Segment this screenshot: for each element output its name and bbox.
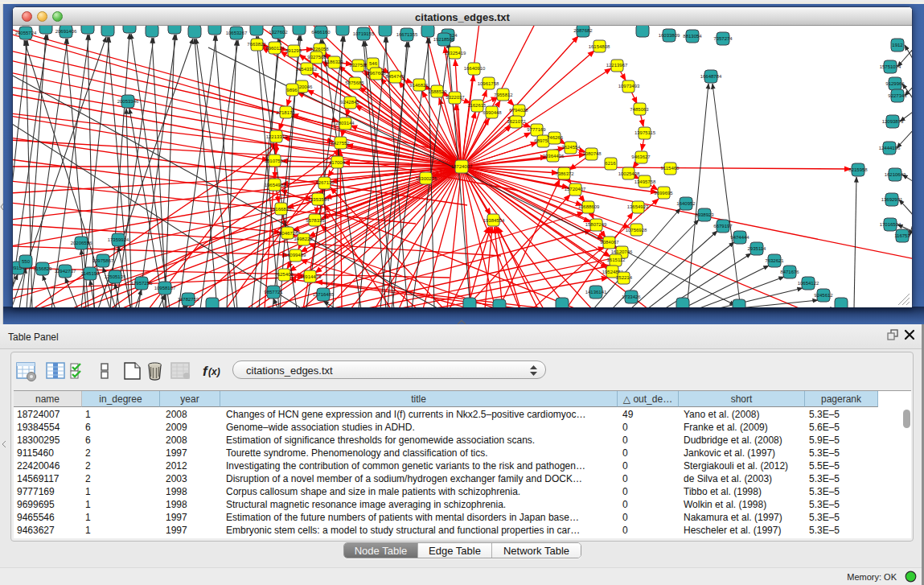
- svg-text:19654982: 19654982: [265, 183, 286, 187]
- svg-text:17957255: 17957255: [131, 281, 153, 286]
- svg-text:2718170: 2718170: [276, 110, 295, 115]
- svg-text:1162615: 1162615: [468, 103, 487, 108]
- svg-text:17016504: 17016504: [880, 222, 901, 227]
- svg-text:1145193: 1145193: [81, 271, 101, 276]
- svg-text:1615112: 1615112: [607, 257, 626, 262]
- svg-text:252214: 252214: [616, 275, 633, 280]
- svg-text:12093873: 12093873: [882, 119, 904, 124]
- svg-text:16120746: 16120746: [611, 249, 633, 254]
- svg-text:2967608: 2967608: [367, 71, 386, 76]
- svg-text:550: 550: [22, 259, 31, 264]
- svg-text:1080748: 1080748: [582, 151, 602, 156]
- svg-text:15751074: 15751074: [880, 64, 901, 69]
- svg-text:2087682: 2087682: [573, 28, 593, 33]
- svg-text:8813054: 8813054: [683, 34, 702, 39]
- svg-text:1588520: 1588520: [428, 89, 447, 94]
- svg-text:10719155: 10719155: [353, 31, 375, 36]
- svg-text:7663822: 7663822: [247, 42, 266, 47]
- svg-text:15300275: 15300275: [416, 176, 437, 181]
- svg-text:12444196: 12444196: [879, 146, 901, 150]
- svg-text:16154808: 16154808: [589, 44, 610, 49]
- svg-text:10688609: 10688609: [578, 204, 600, 209]
- svg-text:10973493: 10973493: [618, 84, 640, 89]
- svg-text:10107552: 10107552: [265, 159, 286, 163]
- svg-text:746266: 746266: [547, 135, 564, 140]
- svg-text:1156829: 1156829: [34, 266, 53, 271]
- svg-text:19384554: 19384554: [483, 218, 505, 223]
- svg-text:10975867: 10975867: [92, 258, 114, 263]
- svg-text:5322037: 5322037: [446, 95, 465, 100]
- svg-text:7485063: 7485063: [630, 107, 649, 112]
- svg-text:16914479: 16914479: [300, 274, 322, 279]
- svg-text:3624554: 3624554: [561, 145, 581, 150]
- svg-text:9115460: 9115460: [661, 166, 680, 171]
- svg-text:1733426: 1733426: [622, 295, 641, 299]
- svg-text:6990448: 6990448: [483, 110, 502, 115]
- svg-text:16782759: 16782759: [178, 297, 199, 302]
- svg-text:116753: 116753: [894, 233, 910, 238]
- svg-text:10654122: 10654122: [798, 281, 819, 286]
- svg-text:7632621: 7632621: [765, 258, 784, 263]
- svg-text:20691406: 20691406: [55, 29, 77, 34]
- svg-text:3267130: 3267130: [315, 180, 335, 185]
- svg-text:24055724: 24055724: [15, 31, 37, 35]
- svg-text:13654923: 13654923: [627, 204, 649, 209]
- svg-text:6466160: 6466160: [311, 30, 331, 35]
- svg-text:20364436: 20364436: [543, 154, 565, 159]
- svg-text:9245612: 9245612: [814, 293, 833, 298]
- svg-text:1327602: 1327602: [269, 30, 288, 35]
- svg-text:13975115: 13975115: [634, 130, 656, 135]
- svg-text:7955812: 7955812: [494, 93, 513, 97]
- svg-text:12213319: 12213319: [266, 134, 288, 139]
- svg-text:12942737: 12942737: [55, 269, 76, 274]
- svg-text:9327502: 9327502: [349, 63, 368, 68]
- svg-text:16671355: 16671355: [396, 32, 418, 37]
- svg-text:1912: 1912: [892, 43, 903, 47]
- svg-text:9227343: 9227343: [888, 93, 907, 98]
- svg-text:6216: 6216: [605, 161, 616, 166]
- svg-text:9084067: 9084067: [600, 240, 619, 245]
- svg-text:16210643: 16210643: [885, 172, 906, 177]
- svg-text:2935114: 2935114: [748, 246, 767, 251]
- svg-text:14136141: 14136141: [585, 290, 607, 295]
- svg-text:1621072: 1621072: [507, 119, 526, 124]
- svg-text:9146821: 9146821: [409, 83, 429, 88]
- svg-text:9463627: 9463627: [631, 154, 651, 159]
- svg-text:16033809: 16033809: [659, 33, 680, 38]
- svg-text:5226058: 5226058: [310, 47, 329, 51]
- svg-text:17359924: 17359924: [108, 237, 129, 242]
- svg-text:2803144: 2803144: [335, 121, 355, 126]
- svg-text:13325419: 13325419: [445, 51, 466, 56]
- svg-text:15716485: 15716485: [313, 292, 335, 297]
- svg-text:7625402: 7625402: [274, 272, 294, 277]
- svg-text:15720407: 15720407: [565, 187, 586, 192]
- svg-text:13495758: 13495758: [634, 179, 656, 184]
- svg-text:6679197: 6679197: [713, 224, 733, 229]
- svg-text:15807249: 15807249: [585, 222, 607, 227]
- svg-text:20206556: 20206556: [71, 241, 92, 245]
- svg-text:10756928: 10756928: [626, 228, 647, 233]
- svg-text:9777169: 9777169: [527, 127, 546, 132]
- svg-text:8471676: 8471676: [780, 270, 799, 274]
- svg-text:8938923: 8938923: [695, 212, 714, 217]
- svg-text:417004: 417004: [329, 160, 346, 165]
- svg-text:8215958: 8215958: [848, 167, 868, 172]
- svg-text:6794028: 6794028: [509, 108, 528, 113]
- svg-text:12213967: 12213967: [606, 63, 628, 68]
- svg-text:891295: 891295: [285, 48, 302, 53]
- svg-text:16640910: 16640910: [464, 66, 486, 71]
- svg-text:10025438: 10025438: [618, 171, 640, 176]
- svg-text:13692971: 13692971: [881, 197, 903, 202]
- svg-text:8960124: 8960124: [265, 46, 285, 51]
- svg-text:16099489: 16099489: [285, 253, 306, 257]
- svg-text:16648784: 16648784: [700, 74, 722, 79]
- svg-text:8186323: 8186323: [324, 60, 343, 64]
- svg-text:19166825: 19166825: [270, 207, 292, 212]
- svg-text:18724007: 18724007: [451, 164, 473, 169]
- svg-text:1640952: 1640952: [676, 201, 696, 206]
- svg-text:9896: 9896: [286, 88, 298, 93]
- svg-text:10653267: 10653267: [226, 31, 248, 35]
- svg-text:8454749: 8454749: [385, 74, 405, 79]
- svg-text:8427552: 8427552: [331, 141, 350, 146]
- svg-text:12505135: 12505135: [105, 274, 126, 279]
